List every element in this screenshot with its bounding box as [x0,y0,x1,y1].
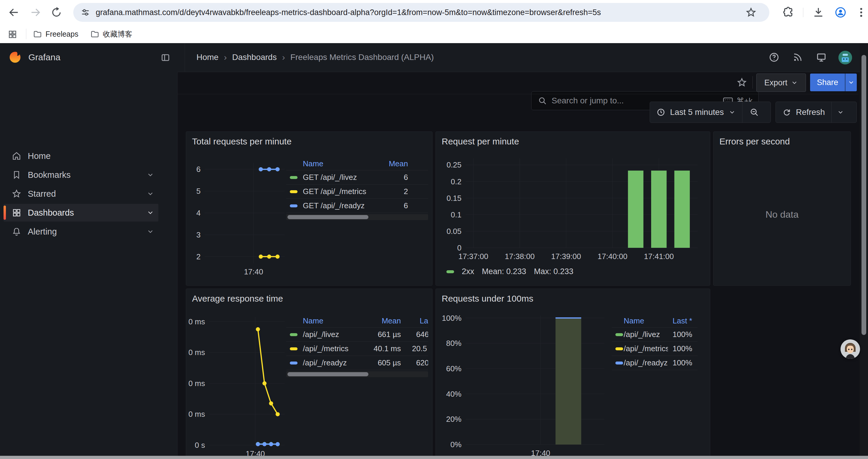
legend-row[interactable]: /api/_/readyz605 µs620 µs [286,356,428,370]
share-menu-button[interactable] [845,73,857,91]
no-data-message: No data [713,209,850,220]
refresh-button[interactable]: Refresh [776,102,831,123]
legend-row[interactable]: /api/_/metrics100% [612,342,698,356]
panel-average-response-time[interactable]: Average response time 80 ms60 ms40 ms20 … [186,289,433,459]
grafana-brand[interactable]: Grafana [28,43,60,71]
chevron-down-icon[interactable] [147,190,154,198]
bar-chart[interactable]: 00.050.10.150.20.2517:37:0017:38:0017:39… [440,151,706,269]
monitor-icon[interactable] [816,52,827,63]
bar-chart[interactable]: 100%80%60%40%20%0%17:40 [440,308,612,456]
legend-row[interactable]: /api/_/readyz100% [612,356,698,370]
legend-row[interactable]: /api/_/metrics40.1 ms20.5 ms [286,342,428,356]
dashboards-grid-icon [12,208,21,218]
line-chart[interactable]: 80 ms60 ms40 ms20 ms0 s17:40 [188,311,286,459]
series-name: GET /api/_/readyz [303,201,378,210]
legend-row[interactable]: /api/_/livez661 µs646 µs [286,328,428,342]
panel-title[interactable]: Average response time [192,294,283,304]
panel-title[interactable]: Request per minute [442,136,519,146]
breadcrumb-dashboards[interactable]: Dashboards [232,53,277,62]
svg-text:0.05: 0.05 [446,227,462,236]
reload-icon[interactable] [51,6,62,18]
help-icon[interactable] [769,52,779,63]
apps-grid-icon[interactable] [8,30,17,39]
panel-title[interactable]: Requests under 100ms [442,294,533,304]
legend[interactable]: 2xx Mean: 0.233 Max: 0.233 [446,267,574,276]
chevron-down-icon[interactable] [147,228,154,235]
legend-table[interactable]: NameMeanLast */api/_/livez661 µs646 µs/a… [286,314,428,377]
legend-column-header[interactable]: Last * [668,316,694,326]
svg-text:100%: 100% [442,314,462,323]
horizontal-scrollbar[interactable] [0,456,868,459]
zoom-out-button[interactable] [742,102,766,123]
svg-text:0 s: 0 s [195,441,205,450]
legend-scrollbar-thumb[interactable] [287,215,368,219]
legend-column-header[interactable]: Name [303,316,371,326]
legend-scrollbar[interactable] [286,371,428,377]
sidebar-toggle-icon[interactable] [160,53,170,63]
panel-requests-under-100ms[interactable]: Requests under 100ms 100%80%60%40%20%0%1… [435,289,710,459]
browser-menu-icon[interactable] [855,6,867,18]
browser-profile-icon[interactable] [835,6,846,18]
sidebar-item-starred[interactable]: Starred [4,185,158,203]
sidebar-item-home[interactable]: Home [4,147,158,165]
bookmark-folder-blogs[interactable]: 收藏博客 [90,25,132,43]
export-button[interactable]: Export [756,73,806,92]
chevron-down-icon [848,79,855,86]
svg-text:0%: 0% [450,440,462,449]
legend-row[interactable]: GET /api/_/metrics2 [286,185,428,199]
legend-row[interactable]: GET /api/_/readyz6 [286,199,428,213]
vertical-scrollbar[interactable] [860,43,868,459]
breadcrumb: Home › Dashboards › Freeleaps Metrics Da… [196,43,434,71]
bookmark-star-icon[interactable] [746,7,756,18]
time-range-picker[interactable]: Last 5 minutes [650,102,742,123]
grafana-logo[interactable] [8,51,22,64]
site-info-icon[interactable] [80,7,90,18]
svg-text:80%: 80% [446,339,462,348]
favorite-dashboard-star-icon[interactable] [737,77,747,88]
legend-column-header[interactable]: Last * [403,316,428,326]
legend-table[interactable]: NameLast */api/_/livez100%/api/_/metrics… [612,314,698,370]
bookmark-folder-freeleaps[interactable]: Freeleaps [33,25,78,43]
legend-table[interactable]: NameMeanGET /api/_/livez6GET /api/_/metr… [286,157,428,220]
legend-column-header[interactable]: Name [303,159,378,168]
svg-text:60%: 60% [446,364,462,373]
user-avatar[interactable] [838,51,852,64]
legend-column-header[interactable]: Mean [378,159,410,168]
url-text[interactable]: grafana.mathmast.com/d/deytv4rwavabkb/fr… [96,8,769,17]
legend-column-header[interactable]: Name [624,316,668,326]
back-icon[interactable] [8,6,20,18]
bookmark-label: Freeleaps [45,30,78,38]
legend-scrollbar[interactable] [286,214,428,220]
panel-total-requests[interactable]: Total requests per minute 6543217:40 Nam… [186,131,433,286]
chevron-down-icon[interactable] [147,171,154,179]
legend-row[interactable]: GET /api/_/livez6 [286,170,428,185]
series-name: /api/_/readyz [303,358,371,367]
download-icon[interactable] [812,6,824,18]
line-chart[interactable]: 6543217:40 [188,157,286,281]
news-rss-icon[interactable] [793,52,803,63]
forward-icon[interactable] [30,6,41,18]
series-value: 646 µs [403,330,428,339]
legend-column-header[interactable]: Mean [371,316,403,326]
panel-errors-per-second[interactable]: Errors per second No data [713,131,851,286]
sidebar-item-bookmarks[interactable]: Bookmarks [4,166,158,184]
chevron-down-icon[interactable] [147,209,154,217]
extensions-icon[interactable] [782,6,794,18]
vertical-scrollbar-thumb[interactable] [862,55,866,335]
url-bar[interactable]: grafana.mathmast.com/d/deytv4rwavabkb/fr… [73,3,769,22]
refresh-interval-button[interactable] [832,102,849,123]
share-button[interactable]: Share [810,73,845,91]
breadcrumb-home[interactable]: Home [196,53,219,62]
series-swatch [615,333,623,336]
assistant-avatar[interactable] [840,339,860,359]
series-name: GET /api/_/livez [303,173,378,182]
sidebar-item-dashboards[interactable]: Dashboards [4,204,158,222]
legend-scrollbar-thumb[interactable] [287,372,368,376]
series-name: 2xx [462,267,474,276]
panel-title[interactable]: Errors per second [719,136,790,146]
sidebar-item-alerting[interactable]: Alerting [4,223,158,240]
legend-row[interactable]: /api/_/livez100% [612,328,698,342]
panel-title[interactable]: Total requests per minute [192,136,291,146]
series-value: 100% [668,344,694,353]
panel-request-per-minute[interactable]: Request per minute 00.050.10.150.20.2517… [435,131,710,286]
